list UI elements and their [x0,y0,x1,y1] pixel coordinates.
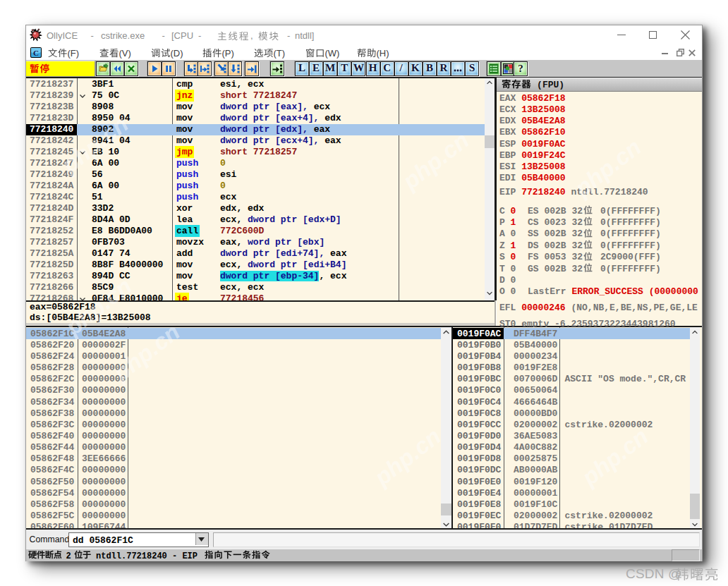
svg-text:C: C [33,49,39,57]
